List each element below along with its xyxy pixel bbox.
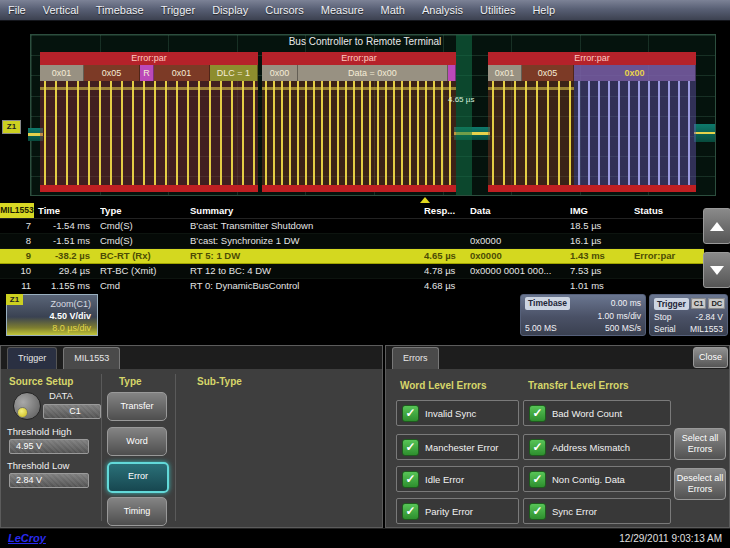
right-dialog-tabs: Errors xyxy=(386,346,729,369)
menu-cursors[interactable]: Cursors xyxy=(265,4,304,16)
menu-file[interactable]: File xyxy=(8,4,26,16)
source-field[interactable]: C1 xyxy=(43,404,101,419)
trigger-protocol: MIL1553 xyxy=(690,323,723,336)
decode-packet-1: Error:par 0x01 0x05 R 0x01 DLC = 1 xyxy=(40,52,258,192)
checkbox-checked-icon xyxy=(402,503,419,520)
arrow-up-icon xyxy=(710,222,724,231)
gap-time-label: 4.65 µs xyxy=(448,95,474,104)
protocol-badge[interactable]: MIL1553 xyxy=(0,203,34,218)
menu-math[interactable]: Math xyxy=(381,4,405,16)
address-mismatch-checkbox[interactable]: Address Mismatch xyxy=(523,434,671,460)
scroll-up-button[interactable] xyxy=(703,208,730,244)
idle-error-checkbox[interactable]: Idle Error xyxy=(396,466,519,492)
table-row[interactable]: 7-1.54 ms Cmd(S)B'cast: Transmitter Shut… xyxy=(0,219,704,234)
decode-packet-2: Error:par 0x00 Data = 0x00 xyxy=(262,52,456,192)
mil1553-dialog: Trigger MIL1553 Source Setup DATA C1 Thr… xyxy=(0,345,383,528)
col-status: Status xyxy=(634,203,704,218)
menu-trigger[interactable]: Trigger xyxy=(161,4,195,16)
threshold-high-label: Threshold High xyxy=(7,426,71,437)
packet3-field-address: 0x01 xyxy=(488,65,522,81)
packet1-field-subaddr: 0x05 xyxy=(84,65,140,81)
decode-title: Bus Controller to Remote Terminal xyxy=(0,36,730,47)
tab-mil1553[interactable]: MIL1553 xyxy=(63,347,120,369)
data-label: DATA xyxy=(49,390,73,401)
table-row[interactable]: 1029.4 µs RT-BC (Xmit)RT 12 to BC: 4 DW … xyxy=(0,264,704,279)
gap-highlight-band xyxy=(456,35,472,195)
timebase-offset: 0.00 ms xyxy=(611,297,641,310)
menu-analysis[interactable]: Analysis xyxy=(422,4,463,16)
timebase-scale: 1.00 ms/div xyxy=(598,310,641,323)
menu-utilities[interactable]: Utilities xyxy=(480,4,515,16)
deselect-all-errors-button[interactable]: Deselect all Errors xyxy=(674,468,726,500)
trigger-box[interactable]: Trigger C1DC Stop -2.84 V Serial MIL1553 xyxy=(649,294,728,336)
threshold-low-field[interactable]: 2.84 V xyxy=(9,473,89,488)
packet3-waveform xyxy=(488,81,696,185)
timebase-box[interactable]: Timebase 0.00 ms 1.00 ms/div 5.00 MS 500… xyxy=(520,294,646,336)
table-row[interactable]: 8-1.51 ms Cmd(S)B'cast: Synchronize 1 DW… xyxy=(0,234,704,249)
errors-dialog: Errors Word Level Errors Invalid Sync Ma… xyxy=(385,345,730,528)
packet2-waveform xyxy=(262,81,456,185)
select-all-errors-button[interactable]: Select all Errors xyxy=(674,428,726,460)
divider xyxy=(101,374,102,521)
z1-volts-per-div: 4.50 V/div xyxy=(7,310,91,322)
manchester-error-checkbox[interactable]: Manchester Error xyxy=(396,434,519,460)
oscilloscope-screen: File Vertical Timebase Trigger Display C… xyxy=(0,0,730,548)
waveform-area[interactable]: Bus Controller to Remote Terminal Z1 Err… xyxy=(0,21,730,203)
col-time: Time xyxy=(34,203,100,218)
transfer-errors-header: Transfer Level Errors xyxy=(528,380,629,391)
source-knob[interactable] xyxy=(13,392,41,420)
col-data: Data xyxy=(470,203,570,218)
divider xyxy=(175,374,176,521)
trigger-level: -2.84 V xyxy=(696,311,723,324)
sync-error-checkbox[interactable]: Sync Error xyxy=(523,498,671,524)
left-dialog-tabs: Trigger MIL1553 xyxy=(1,346,382,369)
tab-trigger[interactable]: Trigger xyxy=(7,347,57,369)
timebase-points: 5.00 MS xyxy=(525,322,557,335)
bad-word-count-checkbox[interactable]: Bad Word Count xyxy=(523,400,671,426)
type-error-button[interactable]: Error xyxy=(107,462,169,493)
source-setup-header: Source Setup xyxy=(9,376,73,387)
footer: LeCroy 12/29/2011 9:03:13 AM xyxy=(0,528,730,548)
packet2-field-parity xyxy=(448,65,456,81)
packet3-bottom-bar xyxy=(488,185,696,192)
checkbox-checked-icon xyxy=(529,503,546,520)
menu-timebase[interactable]: Timebase xyxy=(96,4,144,16)
word-errors-header: Word Level Errors xyxy=(400,380,487,391)
table-row-selected[interactable]: 9-38.2 µs BC-RT (Rx)RT 5: 1 DW 4.65 µs0x… xyxy=(0,249,704,264)
z1-time-per-div: 8.0 µs/div xyxy=(7,322,91,334)
type-word-button[interactable]: Word xyxy=(107,427,167,456)
threshold-high-field[interactable]: 4.95 V xyxy=(9,439,89,454)
type-transfer-button[interactable]: Transfer xyxy=(107,392,167,421)
checkbox-checked-icon xyxy=(402,471,419,488)
col-img: IMG xyxy=(570,203,634,218)
invalid-sync-checkbox[interactable]: Invalid Sync xyxy=(396,400,519,426)
z1-descriptor-box[interactable]: Z1 Zoom(C1) 4.50 V/div 8.0 µs/div xyxy=(6,294,98,336)
packet1-error-bar: Error:par xyxy=(40,52,258,65)
packet3-error-bar: Error:par xyxy=(488,52,696,65)
menu-help[interactable]: Help xyxy=(532,4,555,16)
packet2-bottom-bar xyxy=(262,185,456,192)
tab-errors[interactable]: Errors xyxy=(392,347,439,369)
threshold-low-label: Threshold Low xyxy=(7,460,69,471)
parity-error-checkbox[interactable]: Parity Error xyxy=(396,498,519,524)
checkbox-checked-icon xyxy=(402,405,419,422)
packet3-field-subaddr: 0x05 xyxy=(522,65,574,81)
menu-display[interactable]: Display xyxy=(212,4,248,16)
menu-measure[interactable]: Measure xyxy=(321,4,364,16)
checkbox-checked-icon xyxy=(529,471,546,488)
packet1-bottom-bar xyxy=(40,185,258,192)
trigger-coupling-badge: DC xyxy=(708,298,725,309)
status-strip: Z1 Zoom(C1) 4.50 V/div 8.0 µs/div Timeba… xyxy=(0,292,730,342)
checkbox-checked-icon xyxy=(529,405,546,422)
table-header: MIL1553 Time Type Summary Resp... Data I… xyxy=(0,203,704,219)
close-button[interactable]: Close xyxy=(693,347,728,368)
type-timing-button[interactable]: Timing xyxy=(107,497,167,526)
z1-trace-marker: Z1 xyxy=(2,120,21,134)
type-header: Type xyxy=(119,376,142,387)
menu-vertical[interactable]: Vertical xyxy=(43,4,79,16)
knob-indicator-icon xyxy=(17,407,28,418)
col-type: Type xyxy=(100,203,190,218)
non-contig-data-checkbox[interactable]: Non Contig. Data xyxy=(523,466,671,492)
scroll-down-button[interactable] xyxy=(703,252,730,288)
packet3-field-data: 0x00 xyxy=(574,65,696,81)
